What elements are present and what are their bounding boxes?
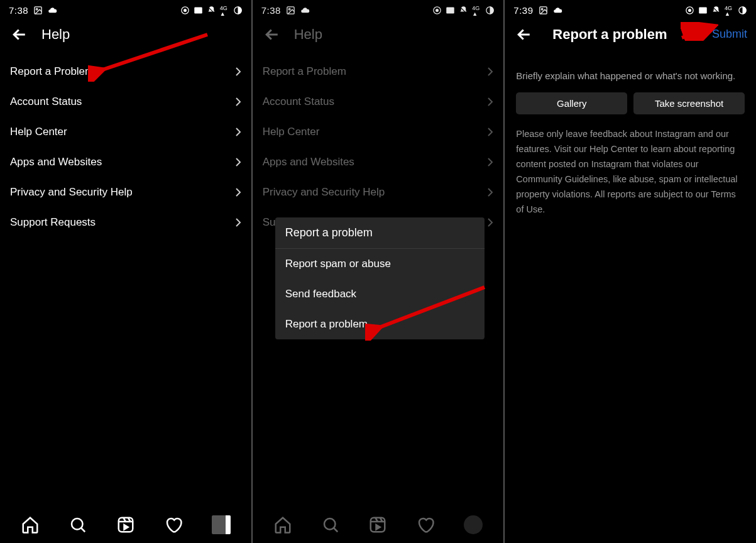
- chevron-right-icon: [235, 67, 241, 77]
- status-bar: 7:39 4G▲: [505, 0, 756, 19]
- screen-help: 7:38 4G▲ Help Report a Problem: [0, 0, 251, 543]
- nav-profile-icon[interactable]: [464, 515, 483, 534]
- cast-icon: [685, 6, 694, 15]
- dialog-title: Report a problem: [275, 217, 485, 249]
- nav-home-icon[interactable]: [273, 515, 292, 534]
- nav-profile-icon[interactable]: [212, 515, 231, 534]
- disclaimer-text: Please only leave feedback about Instagr…: [516, 127, 745, 217]
- item-label: Account Status: [10, 96, 82, 108]
- header: Help: [253, 19, 504, 57]
- back-button[interactable]: [10, 25, 29, 44]
- svg-point-6: [72, 518, 83, 530]
- item-apps-websites[interactable]: Apps and Websites: [253, 147, 504, 177]
- image-icon: [286, 6, 295, 15]
- report-dialog: Report a problem Report spam or abuse Se…: [275, 217, 485, 339]
- item-support-requests[interactable]: Support Requests: [0, 207, 251, 238]
- cloud-icon: [553, 6, 562, 15]
- bell-off-icon: [459, 6, 468, 15]
- chevron-right-icon: [235, 127, 241, 137]
- chevron-right-icon: [487, 127, 493, 137]
- svg-point-19: [541, 8, 543, 10]
- nav-heart-icon[interactable]: [416, 515, 435, 534]
- nav-reels-icon[interactable]: [368, 515, 387, 534]
- item-help-center[interactable]: Help Center: [253, 117, 504, 147]
- header: Report a problem Submit: [505, 19, 756, 57]
- volte-icon: [194, 6, 203, 15]
- item-label: Su: [263, 216, 276, 229]
- item-report-problem[interactable]: Report a Problem: [0, 57, 251, 87]
- volte-icon: [698, 6, 708, 15]
- signal-4g-icon: 4G▲: [220, 6, 229, 15]
- screen-help-dialog: 7:38 4G▲ Help Report a Problem Account S…: [253, 0, 504, 543]
- chevron-right-icon: [235, 187, 241, 197]
- item-account-status[interactable]: Account Status: [253, 87, 504, 117]
- nav-search-icon[interactable]: [68, 515, 87, 534]
- item-label: Apps and Websites: [10, 156, 102, 168]
- item-apps-websites[interactable]: Apps and Websites: [0, 147, 251, 177]
- dialog-option-feedback[interactable]: Send feedback: [275, 279, 485, 309]
- svg-rect-4: [194, 7, 202, 13]
- dialog-option-report[interactable]: Report a problem: [275, 309, 485, 339]
- bell-off-icon: [207, 6, 216, 15]
- chevron-right-icon: [235, 97, 241, 107]
- item-privacy-security[interactable]: Privacy and Security Help: [0, 177, 251, 207]
- chevron-right-icon: [235, 217, 241, 228]
- image-icon: [33, 6, 43, 15]
- nav-home-icon[interactable]: [21, 515, 40, 534]
- screen-report-problem: 7:39 4G▲ Report a problem Submit Briefly…: [505, 0, 756, 543]
- item-label: Account Status: [263, 96, 334, 108]
- item-report-problem[interactable]: Report a Problem: [253, 57, 504, 87]
- page-title: Help: [41, 26, 70, 43]
- svg-point-12: [436, 9, 439, 11]
- nav-heart-icon[interactable]: [164, 515, 183, 534]
- signal-4g-icon: 4G▲: [472, 6, 481, 15]
- instruction-text: Briefly explain what happened or what's …: [516, 70, 745, 81]
- svg-point-1: [36, 8, 38, 10]
- status-time: 7:38: [9, 5, 28, 16]
- svg-point-15: [324, 518, 336, 530]
- item-label: Report a Problem: [10, 65, 94, 78]
- battery-icon: [233, 6, 243, 15]
- chevron-right-icon: [487, 187, 493, 197]
- dialog-option-spam[interactable]: Report spam or abuse: [275, 249, 485, 279]
- bottom-nav: [0, 507, 251, 543]
- svg-point-3: [184, 9, 186, 11]
- cloud-icon: [300, 6, 310, 15]
- bottom-nav: [253, 507, 504, 543]
- back-button[interactable]: [515, 25, 534, 44]
- chevron-right-icon: [235, 157, 241, 167]
- battery-icon: [485, 6, 495, 15]
- item-label: Apps and Websites: [263, 156, 354, 168]
- nav-search-icon[interactable]: [321, 515, 340, 534]
- status-bar: 7:38 4G▲: [253, 0, 504, 19]
- image-icon: [539, 6, 548, 15]
- chevron-right-icon: [487, 97, 493, 107]
- svg-point-10: [288, 8, 290, 10]
- svg-rect-13: [447, 7, 455, 13]
- battery-icon: [738, 6, 747, 15]
- svg-rect-7: [119, 518, 133, 532]
- item-label: Report a Problem: [263, 65, 346, 78]
- submit-button[interactable]: Submit: [712, 28, 747, 41]
- item-label: Help Center: [10, 126, 67, 138]
- cast-icon: [180, 6, 190, 15]
- chevron-right-icon: [487, 157, 493, 167]
- screenshot-button[interactable]: Take screenshot: [633, 92, 745, 114]
- item-privacy-security[interactable]: Privacy and Security Help: [253, 177, 504, 207]
- chevron-right-icon: [487, 67, 493, 77]
- cast-icon: [432, 6, 442, 15]
- back-button[interactable]: [263, 25, 282, 44]
- status-time: 7:38: [261, 5, 281, 16]
- status-bar: 7:38 4G▲: [0, 0, 251, 19]
- item-label: Privacy and Security Help: [10, 186, 133, 199]
- item-help-center[interactable]: Help Center: [0, 117, 251, 147]
- page-title: Help: [294, 26, 322, 43]
- svg-rect-16: [371, 518, 385, 532]
- volte-icon: [446, 6, 455, 15]
- chevron-right-icon: [487, 217, 493, 228]
- nav-reels-icon[interactable]: [116, 515, 135, 534]
- svg-point-21: [689, 9, 691, 11]
- item-account-status[interactable]: Account Status: [0, 87, 251, 117]
- gallery-button[interactable]: Gallery: [516, 92, 627, 114]
- item-label: Help Center: [263, 126, 320, 138]
